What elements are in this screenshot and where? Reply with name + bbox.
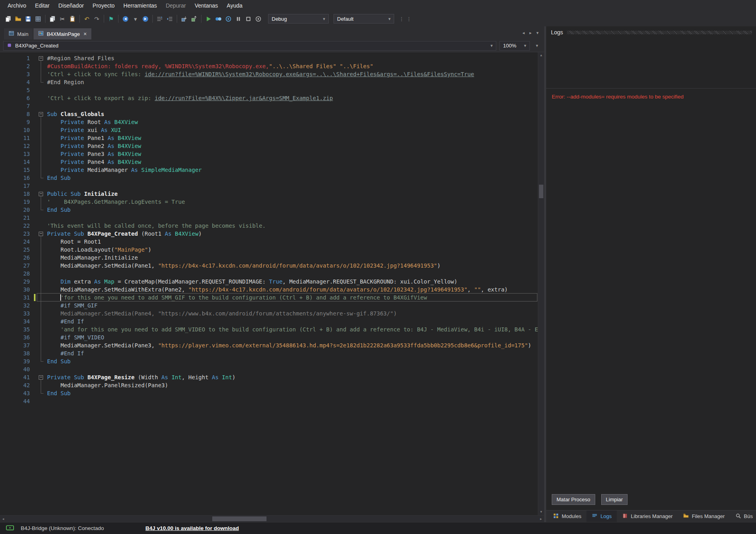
menu-proyecto[interactable]: Proyecto <box>88 1 119 10</box>
code-line[interactable]: 36 #if SMM_VIDEO <box>0 333 538 341</box>
scroll-down-icon[interactable]: ▼ <box>538 509 544 515</box>
save-icon[interactable] <box>23 14 33 24</box>
pause-icon[interactable] <box>233 14 243 24</box>
code-line[interactable]: 34 #End If <box>0 317 538 325</box>
code-line[interactable]: 16End Sub <box>0 174 538 182</box>
code-line[interactable]: 17 <box>0 182 538 190</box>
code-line[interactable]: 22'This event will be called once, befor… <box>0 222 538 230</box>
resume-icon[interactable] <box>223 14 233 24</box>
panel-tab-modules[interactable]: Modules <box>548 510 586 522</box>
code-line[interactable]: 42 MediaManager.PanelResized(Pane3) <box>0 381 538 389</box>
kill-process-button[interactable]: Matar Proceso <box>552 494 595 505</box>
code-editor[interactable]: 1−#Region Shared Files2#CustomBuildActio… <box>0 52 538 515</box>
rebuild-icon[interactable] <box>189 14 199 24</box>
editor-options-dropdown[interactable]: ▾ <box>533 43 541 48</box>
toolbar-overflow[interactable]: ⋮ ⋮ <box>399 16 412 22</box>
code-line[interactable]: 19' B4XPages.GetManager.LogEvents = True <box>0 198 538 206</box>
code-line[interactable]: 13 Private Pane3 As B4XView <box>0 150 538 158</box>
code-line[interactable]: 9 Private Root As B4XView <box>0 118 538 126</box>
scroll-right-icon[interactable]: ▸ <box>538 516 544 522</box>
code-line[interactable]: 32 #if SMM_GIF <box>0 301 538 309</box>
code-line[interactable]: 31 'for this one you need to add SMM_GIF… <box>0 294 538 301</box>
stop-icon[interactable] <box>243 14 253 24</box>
horizontal-scrollbar-thumb[interactable] <box>212 516 266 521</box>
collapse-icon[interactable]: − <box>39 112 43 116</box>
menu-depurar[interactable]: Depurar <box>161 1 190 10</box>
compile-icon[interactable] <box>179 14 189 24</box>
indent-selection-icon[interactable] <box>165 14 175 24</box>
collapse-icon[interactable]: − <box>39 192 43 196</box>
code-line[interactable]: 28 <box>0 270 538 278</box>
code-line[interactable]: 33 MediaManager.SetMedia(Pane4, "https:/… <box>0 309 538 317</box>
code-line[interactable]: 43End Sub <box>0 389 538 397</box>
panel-tab-bus[interactable]: Bús <box>730 510 756 522</box>
run-icon[interactable] <box>203 14 213 24</box>
code-line[interactable]: 11 Private Pane1 As B4XView <box>0 134 538 142</box>
update-download-link[interactable]: B4J v10.00 is available for download <box>146 525 239 531</box>
code-line[interactable]: 39End Sub <box>0 357 538 365</box>
vertical-scrollbar-thumb[interactable] <box>539 185 543 198</box>
code-line[interactable]: 15 Private MediaManager As SimpleMediaMa… <box>0 166 538 174</box>
code-line[interactable]: 30 MediaManager.SetMediaWithExtra(Pane2,… <box>0 286 538 294</box>
code-line[interactable]: 21 <box>0 214 538 222</box>
zoom-selector[interactable]: 100% ▾ <box>499 41 530 51</box>
tab-main[interactable]: Main <box>4 28 33 39</box>
horizontal-scrollbar[interactable]: ◂ ▸ <box>0 515 544 522</box>
undo-icon[interactable]: ↶ <box>82 14 92 24</box>
panel-tab-libraries-manager[interactable]: Libraries Manager <box>617 510 678 522</box>
code-line[interactable]: 18−Public Sub Initialize <box>0 190 538 198</box>
new-file-icon[interactable] <box>3 14 13 24</box>
menu-disenador[interactable]: Diseñador <box>54 1 88 10</box>
code-line[interactable]: 26 MediaManager.Initialize <box>0 254 538 262</box>
code-line[interactable]: 37 MediaManager.SetMedia(Pane3, "https:/… <box>0 341 538 349</box>
tab-list-dropdown-icon[interactable]: ▾ <box>536 30 539 35</box>
clear-logs-button[interactable]: Limpiar <box>601 494 628 505</box>
member-selector[interactable]: B4XPage_Created ▾ <box>3 41 496 51</box>
code-line[interactable]: 20End Sub <box>0 206 538 214</box>
code-line[interactable]: 5 <box>0 86 538 94</box>
menu-archivo[interactable]: Archivo <box>3 1 31 10</box>
code-line[interactable]: 27 MediaManager.SetMedia(Pane1, "https:/… <box>0 262 538 270</box>
cut-icon[interactable]: ✂ <box>57 14 67 24</box>
panel-tab-logs[interactable]: Logs <box>586 510 617 522</box>
back-history-dropdown-icon[interactable]: ▾ <box>130 14 140 24</box>
tab-scroll-left-icon[interactable]: ◂ <box>522 30 525 35</box>
code-line[interactable]: 29 Dim extra As Map = CreateMap(MediaMan… <box>0 278 538 286</box>
release-icon[interactable] <box>253 14 263 24</box>
paste-icon[interactable] <box>67 14 77 24</box>
vertical-scrollbar[interactable]: ▲ ▼ <box>538 52 544 515</box>
code-line[interactable]: 10 Private xui As XUI <box>0 126 538 134</box>
panel-tab-files-manager[interactable]: Files Manager <box>678 510 730 522</box>
open-project-icon[interactable] <box>13 14 23 24</box>
code-line[interactable]: 35 'and for this one you need to add SMM… <box>0 325 538 333</box>
collapse-icon[interactable]: − <box>39 232 43 236</box>
code-line[interactable]: 12 Private Pane2 As B4XView <box>0 142 538 150</box>
code-line[interactable]: 14 Private Pane4 As B4XView <box>0 158 538 166</box>
navigate-back-icon[interactable] <box>120 14 130 24</box>
navigate-forward-icon[interactable] <box>140 14 150 24</box>
build-mode-combo[interactable]: Debug▾ <box>268 14 329 24</box>
menu-ayuda[interactable]: Ayuda <box>222 1 247 10</box>
build-config-combo[interactable]: Default▾ <box>334 14 394 24</box>
bookmark-icon[interactable]: ⚑ <box>106 14 116 24</box>
code-line[interactable]: 38 #End If <box>0 349 538 357</box>
code-line[interactable]: 41−Private Sub B4XPage_Resize (Width As … <box>0 373 538 381</box>
log-output[interactable]: Error: --add-modules= requires modules t… <box>546 89 756 494</box>
code-line[interactable]: 25 Root.LoadLayout("MainPage") <box>0 246 538 254</box>
debug-icon[interactable] <box>213 14 223 24</box>
copy-icon[interactable] <box>47 14 57 24</box>
collapse-icon[interactable]: − <box>39 56 43 61</box>
code-line[interactable]: 4#End Region <box>0 78 538 86</box>
code-line[interactable]: 3'Ctrl + click to sync files: ide://run?… <box>0 70 538 78</box>
tab-scroll-right-icon[interactable]: ▸ <box>529 30 532 35</box>
code-line[interactable]: 7 <box>0 102 538 110</box>
menu-herramientas[interactable]: Herramientas <box>119 1 161 10</box>
code-line[interactable]: 40 <box>0 365 538 373</box>
code-line[interactable]: 24 Root = Root1 <box>0 238 538 246</box>
collapse-icon[interactable]: − <box>39 375 43 380</box>
redo-icon[interactable]: ↷ <box>92 14 102 24</box>
code-line[interactable]: 44 <box>0 397 538 405</box>
menu-editar[interactable]: Editar <box>31 1 54 10</box>
designer-grid-icon[interactable] <box>33 14 43 24</box>
code-line[interactable]: 6'Ctrl + click to export as zip: ide://r… <box>0 94 538 102</box>
